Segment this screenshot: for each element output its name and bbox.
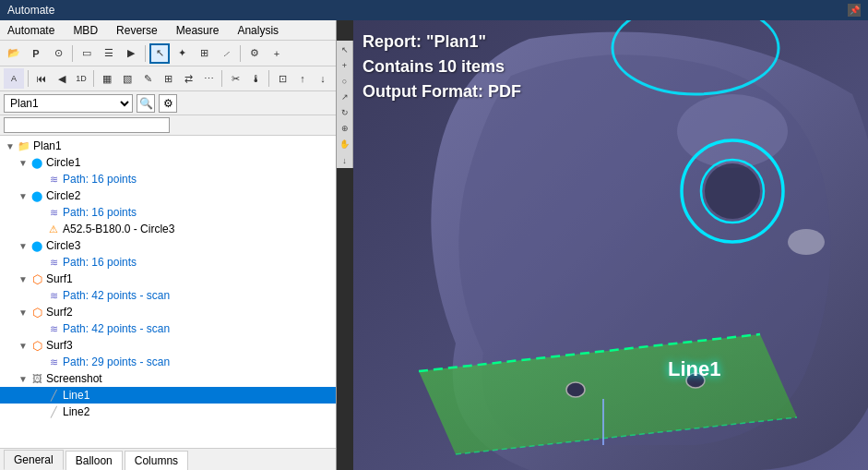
matrix-button[interactable]: ⊡ bbox=[273, 68, 291, 89]
arrow-up-button[interactable]: ↑ bbox=[293, 68, 312, 89]
tree-label-s2path: Path: 42 points - scan bbox=[63, 322, 170, 335]
tree-item-surf3-path[interactable]: ≋ Path: 29 points - scan bbox=[0, 354, 336, 370]
tree-item-circle3[interactable]: ▼ ⬤ Circle3 bbox=[0, 237, 336, 254]
viewport[interactable]: Line1 Report: "Plan1" Contains 10 items … bbox=[353, 20, 868, 470]
svg-text:Line1: Line1 bbox=[668, 357, 720, 380]
toolbar-row1: 📂 P ⊙ ▭ ☰ ▶ ↖ ✦ ⊞ ⟋ ⚙ + bbox=[0, 41, 336, 66]
toggle-circle1[interactable]: ▼ bbox=[17, 158, 30, 168]
play-button[interactable]: ▶ bbox=[121, 43, 141, 64]
plan-select[interactable]: Plan1 bbox=[4, 94, 133, 113]
tree-item-surf2-path[interactable]: ≋ Path: 42 points - scan bbox=[0, 320, 336, 337]
tree-label-screenshot: Screenshot bbox=[46, 372, 102, 385]
plus-button[interactable]: + bbox=[267, 43, 287, 64]
tab-general[interactable]: General bbox=[4, 450, 64, 470]
tree-item-surf2[interactable]: ▼ ⬡ Surf2 bbox=[0, 304, 336, 320]
grid2-button[interactable]: ▧ bbox=[118, 68, 137, 89]
menu-bar: Automate MBD Reverse Measure Analysis bbox=[0, 20, 336, 41]
tab-columns[interactable]: Columns bbox=[125, 451, 188, 470]
sep6 bbox=[221, 70, 222, 87]
star-button[interactable]: ✦ bbox=[172, 43, 192, 64]
tree-item-circle3-path[interactable]: ≋ Path: 16 points bbox=[0, 254, 336, 271]
spath1-icon: ≋ bbox=[46, 288, 61, 303]
tree-label-line1: Line1 bbox=[63, 389, 89, 402]
path2-icon: ≋ bbox=[46, 205, 61, 220]
toggle-screenshot[interactable]: ▼ bbox=[17, 374, 30, 384]
side-arrow2-btn[interactable]: ↗ bbox=[338, 90, 352, 104]
arrows-button[interactable]: ⇄ bbox=[179, 68, 197, 89]
toggle-surf1[interactable]: ▼ bbox=[17, 274, 30, 284]
step-button[interactable]: 1D bbox=[73, 68, 89, 89]
tree-item-circle1[interactable]: ▼ ⬤ Circle1 bbox=[0, 154, 336, 171]
folder-icon: 📁 bbox=[17, 139, 31, 153]
path-icon: ≋ bbox=[46, 172, 61, 187]
side-arrow-btn[interactable]: ↖ bbox=[338, 42, 352, 57]
tree-label-surf2: Surf2 bbox=[46, 306, 73, 319]
settings-button[interactable]: ⚙ bbox=[244, 43, 265, 64]
tree-item-circle1-path[interactable]: ≋ Path: 16 points bbox=[0, 171, 336, 187]
circle3-icon: ⬤ bbox=[30, 238, 44, 253]
scissors-button[interactable]: ✂ bbox=[226, 68, 244, 89]
tree-area: ▼ 📁 Plan1 ▼ ⬤ Circle1 ≋ Path: 16 points bbox=[0, 136, 336, 448]
tree-label-plan1: Plan1 bbox=[33, 139, 62, 152]
tree-item-circle2-path[interactable]: ≋ Path: 16 points bbox=[0, 204, 336, 221]
svg-point-6 bbox=[705, 163, 760, 219]
side-circle-btn[interactable]: ○ bbox=[338, 74, 352, 89]
menu-reverse[interactable]: Reverse bbox=[113, 22, 161, 39]
table-button[interactable]: ⊞ bbox=[159, 68, 177, 89]
tree-item-plan1[interactable]: ▼ 📁 Plan1 bbox=[0, 138, 336, 154]
toggle-surf2[interactable]: ▼ bbox=[17, 307, 30, 318]
pin-button[interactable]: 📌 bbox=[848, 4, 861, 17]
left-panel: Automate MBD Reverse Measure Analysis 📂 … bbox=[0, 20, 337, 470]
cursor-button[interactable]: ↖ bbox=[149, 43, 170, 64]
search-button[interactable]: 🔍 bbox=[137, 94, 155, 113]
logo-btn[interactable]: A bbox=[4, 68, 24, 89]
config-button[interactable]: ⚙ bbox=[159, 94, 177, 113]
tree-item-surf1[interactable]: ▼ ⬡ Surf1 bbox=[0, 271, 336, 287]
tree-item-circle2[interactable]: ▼ ⬤ Circle2 bbox=[0, 187, 336, 204]
tree-item-line1[interactable]: ╱ Line1 bbox=[0, 387, 336, 404]
rect-button[interactable]: ▭ bbox=[77, 43, 97, 64]
temp-button[interactable]: 🌡 bbox=[246, 68, 265, 89]
toggle-circle3[interactable]: ▼ bbox=[17, 241, 30, 251]
menu-mbd[interactable]: MBD bbox=[69, 22, 101, 39]
tree-label-surf1: Surf1 bbox=[46, 272, 73, 285]
text-p-button[interactable]: P bbox=[26, 43, 46, 64]
report-line3: Output Format: PDF bbox=[363, 79, 521, 104]
tab-balloon[interactable]: Balloon bbox=[65, 451, 123, 470]
title-bar: Automate 📌 bbox=[0, 0, 868, 20]
toggle-plan1[interactable]: ▼ bbox=[4, 141, 17, 151]
search-input[interactable] bbox=[4, 117, 170, 133]
dots-button[interactable]: ⋯ bbox=[199, 68, 218, 89]
surf1-icon: ⬡ bbox=[30, 271, 44, 286]
menu-automate[interactable]: Automate bbox=[4, 22, 58, 39]
tree-item-screenshot[interactable]: ▼ 🖼 Screenshot bbox=[0, 370, 336, 387]
plan-bar: Plan1 🔍 ⚙ bbox=[0, 91, 336, 115]
surf2-icon: ⬡ bbox=[30, 305, 44, 319]
tree-item-line2[interactable]: ╱ Line2 bbox=[0, 404, 336, 420]
lines-button[interactable]: ☰ bbox=[99, 43, 119, 64]
menu-analysis[interactable]: Analysis bbox=[233, 22, 282, 39]
check-grid-button[interactable]: ⊞ bbox=[194, 43, 214, 64]
tree-item-surf3[interactable]: ▼ ⬡ Surf3 bbox=[0, 337, 336, 354]
edit-button[interactable]: ✎ bbox=[138, 68, 157, 89]
menu-measure[interactable]: Measure bbox=[172, 22, 223, 39]
prev-button[interactable]: ◀ bbox=[53, 68, 71, 89]
diagonal-button[interactable]: ⟋ bbox=[216, 43, 236, 64]
side-plus-btn[interactable]: + bbox=[338, 58, 352, 73]
open-button[interactable]: 📂 bbox=[4, 43, 24, 64]
toggle-surf3[interactable]: ▼ bbox=[17, 341, 30, 351]
side-bottom-btn[interactable]: ↓ bbox=[338, 153, 352, 168]
tree-item-surf1-path[interactable]: ≋ Path: 42 points - scan bbox=[0, 287, 336, 304]
side-rotate-btn[interactable]: ↻ bbox=[338, 105, 352, 120]
grid1-button[interactable]: ▦ bbox=[98, 68, 116, 89]
tree-label-c2path: Path: 16 points bbox=[63, 206, 137, 219]
sep5 bbox=[93, 70, 94, 87]
tree-item-circle3-warn[interactable]: ⚠ A52.5-B180.0 - Circle3 bbox=[0, 221, 336, 237]
side-pan-btn[interactable]: ✋ bbox=[338, 137, 352, 151]
arrow-down-button[interactable]: ↓ bbox=[314, 68, 332, 89]
side-zoom-btn[interactable]: ⊕ bbox=[338, 121, 352, 136]
warning-icon: ⚠ bbox=[46, 222, 61, 236]
back-button[interactable]: ⏮ bbox=[32, 68, 51, 89]
probe-button[interactable]: ⊙ bbox=[48, 43, 68, 64]
toggle-circle2[interactable]: ▼ bbox=[17, 191, 30, 201]
